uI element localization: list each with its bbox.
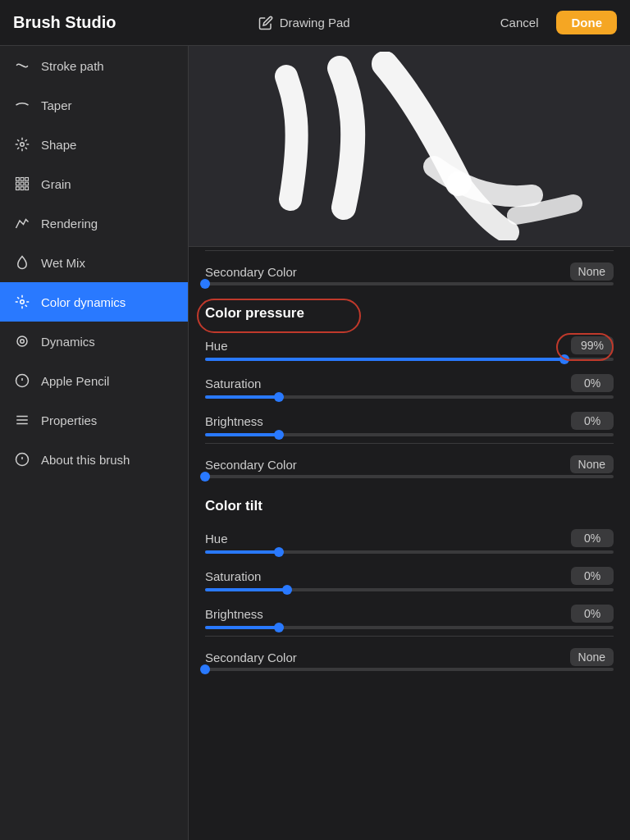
pressure-brightness-value: 0% (571, 412, 614, 430)
apple-pencil-icon (13, 372, 31, 390)
pressure-secondary-color-label: Secondary Color (205, 458, 297, 472)
pressure-saturation-row: Saturation 0% (205, 366, 614, 395)
tilt-brightness-row: Brightness 0% (205, 596, 614, 626)
sidebar-item-properties[interactable]: Properties (0, 400, 188, 440)
pressure-saturation-slider[interactable] (205, 395, 614, 399)
properties-icon (13, 411, 31, 429)
wet-mix-icon (13, 253, 31, 272)
svg-rect-8 (21, 187, 24, 190)
top-secondary-color-value[interactable]: None (570, 262, 614, 281)
pressure-brightness-slider[interactable] (205, 433, 614, 436)
pressure-hue-label: Hue (205, 339, 228, 353)
tilt-brightness-value: 0% (571, 605, 614, 623)
tilt-saturation-label: Saturation (205, 569, 261, 583)
rendering-icon (13, 214, 31, 232)
sidebar-item-shape[interactable]: Shape (0, 125, 188, 164)
svg-rect-9 (25, 187, 29, 190)
tilt-hue-label: Hue (205, 532, 228, 546)
pressure-brightness-label: Brightness (205, 414, 263, 428)
main-layout: Stroke path Taper Shape Grain Rendering (0, 46, 630, 840)
tilt-saturation-row: Saturation 0% (205, 559, 614, 588)
svg-point-0 (21, 143, 25, 147)
sidebar-item-about[interactable]: About this brush (0, 440, 188, 479)
pressure-saturation-value: 0% (571, 374, 614, 392)
taper-icon (13, 96, 31, 114)
tilt-brightness-slider[interactable] (205, 626, 614, 629)
dynamics-icon (13, 332, 31, 350)
tilt-brightness-label: Brightness (205, 607, 263, 621)
svg-rect-6 (25, 182, 29, 185)
pressure-hue-row: Hue 99% (205, 328, 614, 358)
grain-icon (13, 175, 31, 193)
sidebar-label-rendering: Rendering (41, 217, 98, 231)
sidebar-label-stroke-path: Stroke path (41, 59, 104, 73)
header-actions: Cancel Done (492, 11, 617, 34)
sidebar-label-dynamics: Dynamics (41, 335, 95, 349)
cancel-button[interactable]: Cancel (492, 11, 547, 34)
svg-point-12 (21, 340, 25, 344)
pressure-hue-value: 99% (571, 336, 614, 354)
drawing-pad-text: Drawing Pad (280, 16, 350, 30)
pressure-hue-slider[interactable] (205, 358, 614, 361)
pressure-saturation-label: Saturation (205, 377, 261, 390)
brush-strokes-svg (221, 52, 598, 240)
svg-point-11 (17, 336, 27, 346)
sidebar-item-apple-pencil[interactable]: Apple Pencil (0, 361, 188, 400)
sidebar-label-properties: Properties (41, 413, 97, 427)
pressure-secondary-color-row: Secondary Color None (205, 443, 614, 475)
pressure-secondary-color-slider[interactable] (205, 475, 614, 478)
header: Brush Studio Drawing Pad Cancel Done (0, 0, 630, 46)
pressure-secondary-color-value[interactable]: None (570, 455, 614, 473)
tilt-secondary-color-row: Secondary Color None (205, 636, 614, 668)
top-secondary-color-row: Secondary Color None (205, 250, 614, 282)
hue-row-wrapper-pressure: Hue 99% (205, 328, 614, 361)
settings-panel: Secondary Color None Color pressure Hue (189, 247, 630, 840)
svg-rect-7 (16, 187, 20, 190)
about-icon (13, 450, 31, 468)
tilt-saturation-slider[interactable] (205, 588, 614, 591)
top-secondary-color-label: Secondary Color (205, 265, 297, 279)
svg-rect-1 (16, 178, 20, 181)
sidebar-item-dynamics[interactable]: Dynamics (0, 322, 188, 361)
color-pressure-header: Color pressure (205, 290, 614, 328)
tilt-secondary-color-slider[interactable] (205, 668, 614, 671)
tilt-hue-value: 0% (571, 529, 614, 547)
sidebar-label-color-dynamics: Color dynamics (41, 295, 126, 309)
edit-icon (258, 16, 273, 30)
sidebar-item-wet-mix[interactable]: Wet Mix (0, 243, 188, 282)
sidebar-item-rendering[interactable]: Rendering (0, 203, 188, 243)
tilt-secondary-color-label: Secondary Color (205, 651, 297, 664)
sidebar-item-stroke-path[interactable]: Stroke path (0, 46, 188, 85)
tilt-hue-slider[interactable] (205, 550, 614, 554)
color-dynamics-icon (13, 293, 31, 311)
app-title: Brush Studio (13, 13, 116, 32)
sidebar-label-wet-mix: Wet Mix (41, 256, 85, 270)
sidebar-item-taper[interactable]: Taper (0, 85, 188, 125)
sidebar: Stroke path Taper Shape Grain Rendering (0, 46, 189, 840)
svg-rect-2 (21, 178, 24, 181)
svg-rect-4 (16, 182, 20, 185)
sidebar-label-apple-pencil: Apple Pencil (41, 374, 109, 388)
sidebar-item-grain[interactable]: Grain (0, 164, 188, 203)
tilt-hue-row: Hue 0% (205, 521, 614, 550)
shape-icon (13, 135, 31, 153)
pressure-brightness-row: Brightness 0% (205, 404, 614, 433)
sidebar-label-grain: Grain (41, 177, 71, 191)
drawing-pad-label-area: Drawing Pad (258, 16, 350, 30)
svg-rect-3 (25, 178, 29, 181)
svg-point-10 (21, 300, 25, 304)
tilt-saturation-value: 0% (571, 567, 614, 585)
done-button[interactable]: Done (556, 11, 617, 34)
brush-preview-canvas (189, 46, 630, 246)
sidebar-label-shape: Shape (41, 138, 76, 152)
tilt-secondary-color-value[interactable]: None (570, 648, 614, 666)
color-tilt-header: Color tilt (205, 483, 614, 521)
stroke-path-icon (13, 57, 31, 75)
content-area: Secondary Color None Color pressure Hue (189, 46, 630, 840)
svg-rect-5 (21, 182, 24, 185)
sidebar-label-about: About this brush (41, 453, 130, 467)
drawing-pad-preview[interactable] (189, 46, 630, 247)
top-secondary-color-slider[interactable] (205, 282, 614, 285)
sidebar-label-taper: Taper (41, 98, 72, 112)
sidebar-item-color-dynamics[interactable]: Color dynamics (0, 282, 188, 322)
